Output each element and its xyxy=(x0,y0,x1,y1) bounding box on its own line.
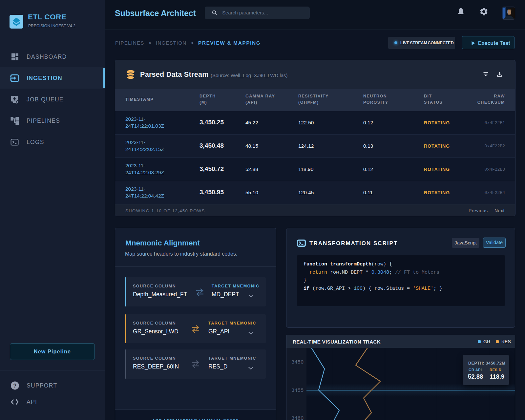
svg-text:?: ? xyxy=(13,383,17,388)
